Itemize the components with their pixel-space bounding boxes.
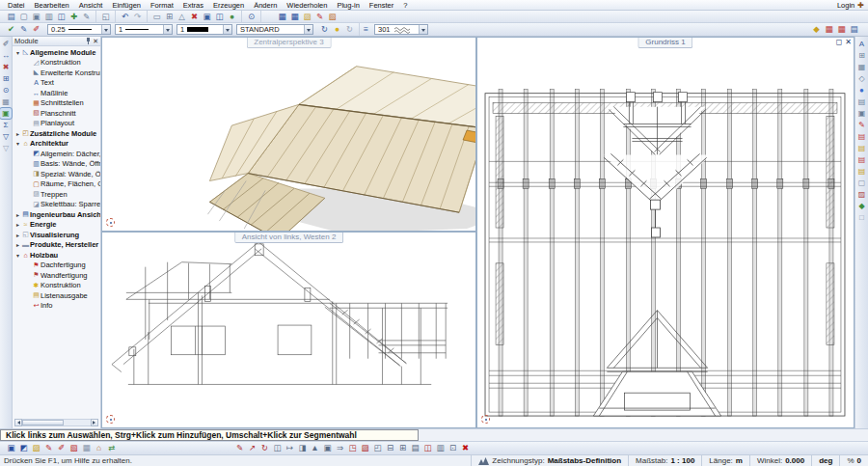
hatch-edit-icon[interactable]: ▨ <box>359 443 371 453</box>
module-text[interactable]: A Text <box>13 78 100 89</box>
screens-icon[interactable]: ◫ <box>213 12 226 22</box>
edit-pen-icon[interactable]: ✎ <box>233 443 246 453</box>
delete-icon[interactable]: ✖ <box>188 12 201 22</box>
layer-arrow[interactable] <box>304 25 312 34</box>
house-icon[interactable]: ⌂ <box>93 443 105 453</box>
red-box-icon[interactable]: ▧ <box>68 443 80 453</box>
navigation-compass-icon[interactable] <box>106 218 115 227</box>
scrollbar-track[interactable] <box>22 419 91 426</box>
stack-yellow-icon[interactable]: ▤ <box>856 143 868 153</box>
render-icon[interactable]: ▨ <box>856 189 868 200</box>
apply-format-icon[interactable]: ✔ <box>5 24 17 35</box>
login-label[interactable]: Login <box>837 1 854 10</box>
group-holzbau[interactable]: ▾ ⌂ Holzbau <box>13 250 100 260</box>
properties-icon[interactable]: ▤ <box>409 443 421 453</box>
menu-item[interactable]: Datei <box>3 0 30 11</box>
tree-expand-icon[interactable]: ▸ <box>14 232 21 238</box>
pattern-dropdown[interactable]: 301 <box>374 24 428 35</box>
delete-red-icon[interactable]: ✖ <box>459 443 472 453</box>
mesh-icon[interactable]: ▦ <box>856 62 868 72</box>
module-planlayout[interactable]: ▤ Planlayout <box>13 119 100 129</box>
menu-item[interactable]: Format <box>146 0 178 11</box>
module-planschnitt[interactable]: ▧ Planschnitt <box>13 108 100 119</box>
bulb-icon[interactable]: ● <box>331 24 343 35</box>
coordinate-icon[interactable]: ⊞ <box>0 73 12 84</box>
pen-dropdown-arrow[interactable] <box>101 25 110 34</box>
format-off-icon[interactable]: ↻ <box>343 24 356 35</box>
panel-icon[interactable]: ▢ <box>856 178 868 188</box>
group-allgemeine-module[interactable]: ▾ ◺ Allgemeine Module <box>13 47 100 58</box>
brush-yellow-icon[interactable]: ▨ <box>30 443 42 453</box>
module-holz-konstruktion[interactable]: ✱ Konstruktion <box>13 281 100 291</box>
perspective-drawing[interactable] <box>102 38 475 231</box>
module-listenausgabe[interactable]: ▤ Listenausgabe <box>13 290 100 301</box>
close-icon[interactable]: ✕ <box>93 38 98 44</box>
viewport-elevation[interactable]: Ansicht von links, Westen 2 <box>101 232 476 428</box>
edit-format-icon[interactable]: ✐ <box>30 24 42 35</box>
module-allgemein-daecher[interactable]: ◩ Allgemein: Dächer, Ebener <box>13 149 100 159</box>
text-tool-icon[interactable]: A <box>856 39 868 49</box>
rotate-icon[interactable]: ↻ <box>258 443 271 453</box>
angle-field[interactable]: Winkel: 0.000 <box>749 455 811 466</box>
grid-tool-icon[interactable]: ⊞ <box>856 50 868 61</box>
menu-item[interactable]: Extras <box>178 0 208 11</box>
screen-icon[interactable]: ▣ <box>201 12 213 22</box>
group-zusaetzliche-module[interactable]: ▸ ◰ Zusätzliche Module <box>13 128 100 139</box>
module-spezial-waende[interactable]: ◨ Spezial: Wände, Öffnunge <box>13 169 100 179</box>
group-produkte-hersteller[interactable]: ▸ ▬ Produkte, Hersteller <box>13 240 100 251</box>
plan-drawing[interactable] <box>477 38 854 427</box>
tree-expand-icon[interactable]: ▸ <box>14 211 21 218</box>
group-visualisierung[interactable]: ▸ ◱ Visualisierung <box>13 230 100 240</box>
stack-yellow2-icon[interactable]: ▤ <box>856 166 868 177</box>
crop-icon[interactable]: ◰ <box>371 443 384 453</box>
open-file-icon[interactable]: ▣ <box>30 12 42 22</box>
format-refresh-icon[interactable]: ↻ <box>318 24 331 35</box>
scrollbar-thumb[interactable] <box>22 420 64 425</box>
tools-folder-icon[interactable]: ▧ <box>326 12 339 22</box>
viewport-tab-perspective[interactable]: Zentralperspektive 3 <box>246 38 331 48</box>
group-architektur[interactable]: ▾ ⌂ Architektur <box>13 139 100 150</box>
edit-note-icon[interactable]: ✎ <box>80 12 93 22</box>
red-pen-icon[interactable]: ✎ <box>313 12 326 22</box>
measure-edit-icon[interactable]: ▥ <box>434 443 447 453</box>
menu-item[interactable]: Einfügen <box>107 0 146 11</box>
red-draw-icon[interactable]: ✎ <box>856 120 868 130</box>
drawing-type-field[interactable]: Zeichnungstyp: Maßstabs-Definition <box>471 455 628 466</box>
viewport-perspective[interactable]: Zentralperspektive 3 <box>101 37 476 232</box>
menu-item[interactable]: Fenster <box>365 0 398 11</box>
pen-thickness-dropdown[interactable]: 0.25 <box>47 24 111 35</box>
iso-view-icon[interactable]: △ <box>176 12 188 22</box>
library-icon[interactable]: ▦ <box>276 12 288 22</box>
red-wand2-icon[interactable]: ✐ <box>55 443 68 453</box>
open-project-icon[interactable]: ▤ <box>5 12 17 22</box>
refresh-view-icon[interactable]: ● <box>226 12 238 22</box>
menu-item[interactable]: Bearbeiten <box>30 0 74 11</box>
material-icon[interactable]: ◆ <box>856 201 868 211</box>
module-info[interactable]: ↩ Info <box>13 301 100 312</box>
stack-red2-icon[interactable]: ▤ <box>856 154 868 165</box>
menu-item[interactable]: Ansicht <box>74 0 108 11</box>
module-masslinie[interactable]: ↔ Maßlinie <box>13 88 100 98</box>
window-split-icon[interactable]: ⊞ <box>163 12 176 22</box>
window-icon[interactable]: ◱ <box>99 12 112 22</box>
pick-format-icon[interactable]: ✎ <box>17 24 30 35</box>
scroll-left-icon[interactable] <box>14 419 22 426</box>
save-icon[interactable]: ◫ <box>55 12 68 22</box>
group-energie[interactable]: ▸ ≈ Energie <box>13 220 100 231</box>
measure-icon[interactable]: ↔ <box>0 50 12 61</box>
elevation-drawing[interactable] <box>102 233 475 427</box>
line-color-arrow[interactable] <box>223 25 231 34</box>
module-skelettbau[interactable]: ◪ Skelettbau: Sparren, Pfette <box>13 200 100 210</box>
tree-expand-icon[interactable]: ▸ <box>14 130 21 137</box>
empty-icon[interactable]: □ <box>856 212 868 223</box>
favorites-icon[interactable]: ▨ <box>301 12 313 22</box>
module-schnittstellen[interactable]: ▦ Schnittstellen <box>13 98 100 109</box>
tree-expand-icon[interactable]: ▸ <box>14 221 21 228</box>
tree-expand-icon[interactable]: ▸ <box>14 241 21 248</box>
align-icon[interactable]: ↦ <box>284 443 296 453</box>
scale-field[interactable]: Maßstab: 1 : 100 <box>628 455 701 466</box>
module-treppen[interactable]: ▨ Treppen <box>13 189 100 200</box>
stack-red-icon[interactable]: ▤ <box>856 131 868 142</box>
close-doc-icon[interactable]: ▭ <box>150 12 163 22</box>
copy-icon[interactable]: ▣ <box>321 443 334 453</box>
